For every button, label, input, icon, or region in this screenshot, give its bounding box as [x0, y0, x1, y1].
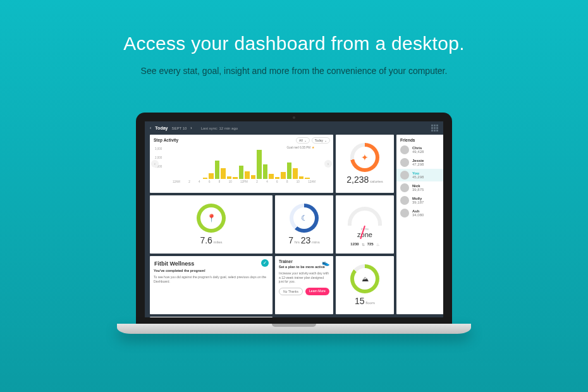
- prev-day-icon[interactable]: ‹: [150, 126, 151, 130]
- flame-icon: ✦: [361, 152, 369, 162]
- avatar: [400, 196, 409, 205]
- bar: [215, 161, 220, 179]
- x-tick: 8: [286, 180, 288, 183]
- friend-row[interactable]: Ash34,0806: [396, 207, 443, 219]
- bar: [269, 174, 274, 179]
- miles-unit: miles: [214, 240, 223, 244]
- x-tick: 10: [229, 180, 232, 183]
- bar: [257, 150, 262, 179]
- bar: [275, 177, 280, 179]
- hero-title: Access your dashboard from a desktop.: [0, 0, 588, 54]
- tile-floors[interactable]: ⛰ 15 floors: [336, 256, 394, 314]
- bar: [245, 171, 250, 179]
- zone-label: zone: [357, 231, 372, 238]
- friend-row[interactable]: Nick39,8754: [396, 181, 443, 194]
- bar: [305, 178, 310, 179]
- tile-step-activity[interactable]: Step Activity All ⌄ Today ⌄ 3,000 2,000 …: [150, 135, 333, 193]
- x-tick: 6: [276, 180, 278, 183]
- bar: [251, 175, 256, 179]
- x-tick: 10: [297, 180, 300, 183]
- tile-trainer[interactable]: Trainer 👟 Set a plan to be more active I…: [275, 256, 333, 314]
- step-bars: [166, 150, 322, 179]
- friend-steps: 47,298: [412, 162, 424, 166]
- sleep-mins: 23: [301, 235, 311, 245]
- bar: [263, 164, 268, 179]
- avatar: [400, 158, 409, 167]
- friend-steps: 34,080: [412, 213, 424, 217]
- tile-friends[interactable]: Friends Chris49,4281Jessie47,2982You45,2…: [396, 135, 443, 314]
- grid-view-icon[interactable]: [431, 125, 438, 132]
- x-tick: 6: [209, 180, 211, 183]
- friends-title: Friends: [396, 135, 443, 144]
- tile-steps[interactable]: 👣 8,793 steps: [150, 317, 273, 317]
- learn-more-button[interactable]: Learn More: [305, 288, 329, 296]
- y-tick: 3,000: [155, 147, 162, 150]
- chart-next-icon[interactable]: ›: [324, 160, 332, 168]
- avatar: [400, 209, 409, 217]
- laptop-mockup: ‹ Today SEPT 10 › Last sync: 12 min ago …: [117, 113, 471, 334]
- x-tick: 12AM: [308, 180, 315, 183]
- topbar-date: SEPT 10: [171, 126, 187, 130]
- sleep-ring: ☾: [290, 204, 319, 233]
- calories-value: 2,238: [346, 175, 369, 185]
- bar: [239, 166, 244, 179]
- tile-sleep[interactable]: ☾ 7 hrs 23 mins: [275, 195, 333, 254]
- next-day-icon[interactable]: ›: [190, 126, 192, 130]
- x-tick: 2: [188, 180, 190, 183]
- bar: [221, 168, 226, 179]
- bar: [209, 173, 214, 179]
- x-tick: 2: [256, 180, 258, 183]
- bar: [233, 177, 238, 179]
- bar: [293, 168, 298, 179]
- avatar: [400, 183, 409, 192]
- topbar-sync: Last sync: 12 min ago: [201, 126, 238, 130]
- floors-value: 15: [355, 296, 365, 306]
- friend-steps: 49,428: [412, 150, 424, 154]
- shoe-icon: 👟: [322, 259, 329, 266]
- miles-value: 7.6: [200, 235, 212, 245]
- friend-steps: 39,187: [412, 200, 424, 204]
- tile-miles[interactable]: 📍 7.6 miles: [150, 195, 273, 254]
- x-axis-labels: 12AM24681012PM24681012AM: [166, 179, 322, 183]
- calories-ring: ✦: [350, 143, 379, 172]
- no-thanks-button[interactable]: No Thanks: [279, 288, 303, 296]
- dashboard-screen: ‹ Today SEPT 10 › Last sync: 12 min ago …: [145, 121, 443, 317]
- x-tick: 4: [266, 180, 268, 183]
- bar: [299, 176, 304, 179]
- chevron-down-icon: ⌄: [304, 138, 307, 142]
- chevron-down-icon: ⌄: [324, 138, 327, 142]
- trainer-body: Increase your activity each day with a 1…: [279, 271, 329, 283]
- tile-wellness[interactable]: Fitbit Wellness ✓ You've completed the p…: [150, 256, 273, 314]
- stairs-icon: ⛰: [362, 275, 369, 283]
- friend-steps: 39,875: [412, 188, 424, 192]
- friend-row[interactable]: You45,2983: [396, 169, 443, 181]
- sleep-hrs: 7: [288, 235, 293, 245]
- x-tick: 12AM: [173, 180, 180, 183]
- friend-steps: 45,298: [412, 175, 424, 179]
- bar: [227, 176, 232, 179]
- topbar-today[interactable]: Today: [155, 126, 168, 130]
- bar: [281, 172, 286, 179]
- friend-row[interactable]: Jessie47,2982: [396, 156, 443, 169]
- tile-calories[interactable]: ✦ 2,238 calories: [336, 135, 394, 193]
- floors-ring: ⛰: [350, 264, 379, 293]
- hero-subtitle: See every stat, goal, insight and more f…: [0, 66, 588, 76]
- avatar: [400, 145, 409, 154]
- goal-met-label: Goal met! 6:35 PM★: [286, 146, 314, 149]
- moon-icon: ☾: [301, 214, 308, 223]
- x-tick: 4: [199, 180, 200, 183]
- chart-prev-icon[interactable]: ‹: [151, 160, 159, 168]
- bar: [203, 178, 208, 179]
- wellness-headline: You've completed the program!: [154, 269, 269, 273]
- tile-zone[interactable]: in the zone 1230⇅725♨: [336, 195, 394, 254]
- filter-all[interactable]: All ⌄: [296, 137, 310, 144]
- wellness-title: Fitbit Wellness: [150, 256, 273, 269]
- x-tick: 12PM: [240, 180, 248, 183]
- zone-gauge: [348, 207, 382, 226]
- webcam-dot: [293, 116, 295, 119]
- calories-unit: calories: [370, 180, 383, 183]
- filter-today[interactable]: Today ⌄: [312, 137, 330, 144]
- zone-values: 1230⇅725♨: [350, 242, 379, 247]
- friend-row[interactable]: Molly39,1875: [396, 194, 443, 207]
- friend-row[interactable]: Chris49,4281: [396, 144, 443, 156]
